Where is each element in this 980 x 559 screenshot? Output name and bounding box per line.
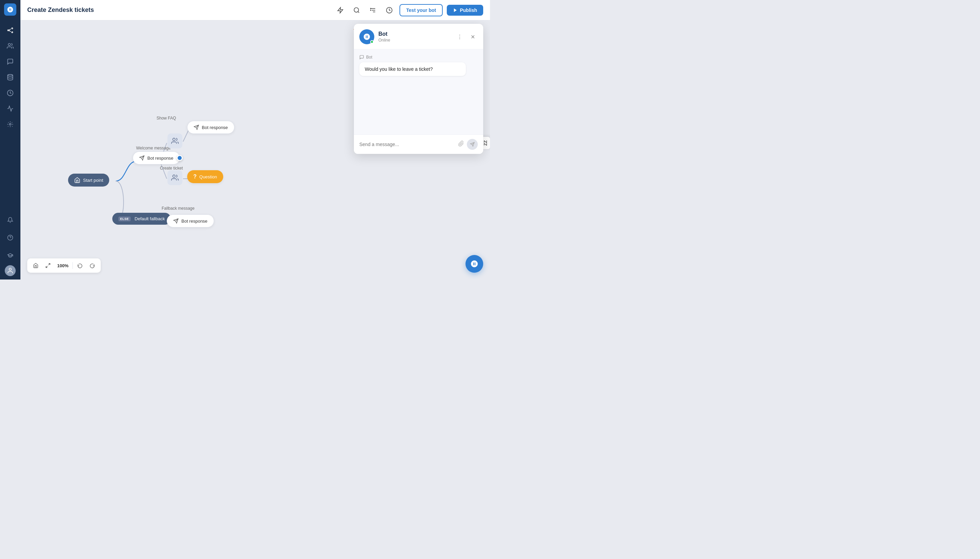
- svg-line-18: [358, 11, 359, 13]
- chat-body: Bot Would you like to leave a ticket?: [354, 50, 483, 134]
- svg-point-8: [10, 124, 11, 125]
- svg-line-4: [9, 30, 11, 31]
- test-bot-button[interactable]: Test your bot: [399, 4, 443, 17]
- svg-point-23: [370, 10, 371, 10]
- connector-dot: [177, 155, 183, 161]
- sidebar: [0, 0, 20, 280]
- sidebar-item-analytics[interactable]: [3, 102, 17, 116]
- sidebar-item-notifications[interactable]: [3, 213, 17, 227]
- svg-point-0: [8, 30, 9, 31]
- svg-point-6: [8, 74, 13, 76]
- chat-footer: [354, 134, 483, 154]
- flow-canvas[interactable]: Welcome message Show FAQ Create ticket F…: [20, 20, 490, 280]
- clock-icon-btn[interactable]: [383, 4, 395, 17]
- sidebar-item-help[interactable]: [3, 231, 17, 245]
- bot-response-welcome-label: Bot response: [147, 155, 173, 161]
- sidebar-logo[interactable]: [4, 3, 16, 16]
- svg-point-1: [12, 28, 13, 29]
- svg-point-22: [370, 8, 371, 9]
- sidebar-item-database[interactable]: [3, 71, 17, 84]
- user-node-ticket[interactable]: [167, 170, 182, 185]
- float-chat-button[interactable]: [465, 255, 483, 273]
- chat-bot-status: Online: [378, 38, 455, 43]
- search-icon-btn[interactable]: [350, 4, 363, 17]
- chat-bot-name: Bot: [378, 31, 455, 37]
- svg-line-42: [48, 263, 50, 265]
- attachment-icon[interactable]: [458, 141, 464, 149]
- flash-icon-btn[interactable]: [334, 4, 346, 17]
- svg-point-17: [354, 8, 358, 12]
- svg-line-43: [46, 266, 48, 268]
- svg-point-5: [8, 44, 10, 46]
- svg-point-15: [9, 268, 12, 271]
- chat-close-icon[interactable]: ✕: [467, 31, 478, 42]
- sidebar-item-integrations[interactable]: [3, 117, 17, 131]
- fallback-message-label: Fallback message: [162, 206, 195, 211]
- chat-more-icon[interactable]: ⋮: [455, 31, 465, 42]
- bot-response-faq-label: Bot response: [202, 125, 228, 130]
- chat-bot-avatar: [359, 29, 374, 44]
- undo-button[interactable]: [75, 260, 85, 271]
- svg-point-2: [12, 31, 13, 33]
- svg-point-35: [173, 175, 175, 177]
- svg-line-3: [9, 29, 11, 30]
- sidebar-item-conversations[interactable]: [3, 55, 17, 68]
- chat-bot-info: Bot Online: [378, 31, 455, 43]
- chat-sender-icon: [359, 55, 364, 60]
- chat-send-button[interactable]: [467, 139, 478, 150]
- toolbar-divider: [73, 262, 73, 269]
- zoom-level: 100%: [55, 263, 71, 268]
- user-avatar[interactable]: [5, 265, 16, 276]
- svg-marker-16: [338, 7, 343, 13]
- header-actions: Test your bot Publish: [334, 4, 483, 17]
- fit-view-button[interactable]: [43, 260, 53, 271]
- sidebar-item-history[interactable]: [3, 86, 17, 100]
- chat-panel: Bot Online ⋮ ✕ Bot Would you like to lea…: [354, 24, 483, 154]
- user-node-faq[interactable]: [167, 134, 182, 149]
- show-faq-label: Show FAQ: [157, 116, 176, 121]
- question-label: Question: [200, 174, 217, 179]
- svg-marker-25: [454, 8, 457, 12]
- bot-response-fallback-node[interactable]: Bot response: [167, 215, 214, 227]
- chat-header: Bot Online ⋮ ✕: [354, 24, 483, 50]
- settings-icon-btn[interactable]: [367, 4, 379, 17]
- main-content: Create Zendesk tickets: [20, 0, 490, 280]
- default-fallback-label: Default fallback: [135, 216, 165, 221]
- default-fallback-node[interactable]: ELSE Default fallback: [112, 213, 171, 225]
- else-badge: ELSE: [119, 217, 131, 221]
- welcome-message-label: Welcome message: [136, 146, 171, 150]
- home-view-button[interactable]: [31, 260, 41, 271]
- chat-header-actions: ⋮ ✕: [455, 31, 478, 42]
- redo-button[interactable]: [87, 260, 97, 271]
- svg-point-34: [173, 138, 175, 141]
- question-node[interactable]: ? Question: [187, 170, 223, 183]
- chat-message-bubble: Would you like to leave a ticket?: [359, 62, 466, 76]
- bot-response-fallback-label: Bot response: [181, 218, 208, 224]
- online-indicator: [370, 40, 374, 44]
- sidebar-item-contacts[interactable]: [3, 39, 17, 53]
- bot-response-faq-node[interactable]: Bot response: [187, 121, 234, 134]
- header: Create Zendesk tickets: [20, 0, 490, 20]
- chat-input[interactable]: [359, 142, 455, 147]
- chat-sender-label: Bot: [359, 55, 478, 60]
- start-point-node[interactable]: Start point: [68, 174, 109, 187]
- page-title: Create Zendesk tickets: [27, 7, 334, 13]
- start-point-label: Start point: [83, 178, 103, 183]
- sidebar-item-flows[interactable]: [3, 23, 17, 37]
- bottom-toolbar: 100%: [27, 258, 101, 273]
- create-ticket-label: Create ticket: [160, 166, 183, 170]
- sidebar-item-learn[interactable]: [3, 248, 17, 262]
- bot-response-welcome-node[interactable]: Bot response: [133, 152, 180, 164]
- publish-button[interactable]: Publish: [447, 5, 483, 16]
